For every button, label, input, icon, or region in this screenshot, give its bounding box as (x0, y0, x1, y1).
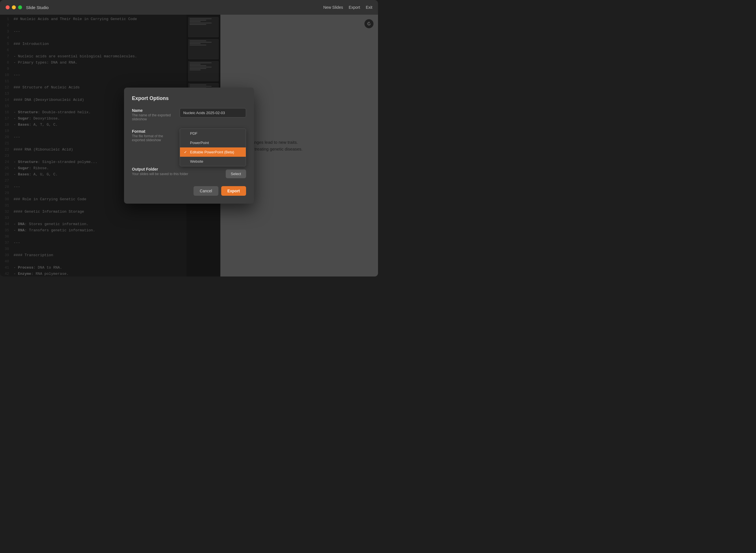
name-label: Name (132, 108, 176, 113)
format-option-editable-powerpoint[interactable]: ✓ Editable PowerPoint (Beta) (180, 147, 246, 157)
format-dropdown-menu: PDF PowerPoint ✓ Editable PowerPoint (Be… (180, 129, 246, 166)
titlebar: Slide Studio New Slides Export Exit (0, 0, 378, 15)
main-area: 1 ## Nucleic Acids and Their Role in Car… (0, 15, 378, 276)
format-section: Format The file format of the exported s… (132, 129, 246, 144)
app-window: Slide Studio New Slides Export Exit 1 ##… (0, 0, 378, 276)
new-slides-button[interactable]: New Slides (323, 5, 343, 10)
format-sublabel: The file format of the exported slidesho… (132, 134, 176, 142)
name-input[interactable] (180, 108, 246, 117)
titlebar-actions: New Slides Export Exit (323, 5, 372, 10)
minimize-button[interactable] (12, 5, 16, 9)
output-section: Output Folder Your slides will be saved … (132, 167, 246, 178)
name-sublabel: The name of the exported slideshow (132, 113, 176, 121)
format-option-pdf[interactable]: PDF (180, 129, 246, 138)
export-modal: Export Options Name The name of the expo… (124, 88, 254, 204)
app-title: Slide Studio (26, 5, 49, 10)
traffic-lights (6, 5, 22, 9)
modal-title: Export Options (132, 95, 246, 101)
cancel-button[interactable]: Cancel (194, 186, 218, 196)
modal-overlay: Export Options Name The name of the expo… (0, 15, 378, 276)
output-sublabel: Your slides will be saved to this folder (132, 172, 222, 176)
modal-buttons: Cancel Export (132, 186, 246, 196)
name-section: Name The name of the exported slideshow (132, 108, 246, 124)
format-label: Format (132, 129, 176, 134)
close-button[interactable] (6, 5, 10, 9)
export-button[interactable]: Export (349, 5, 360, 10)
export-confirm-button[interactable]: Export (221, 186, 246, 196)
output-label: Output Folder (132, 167, 222, 171)
maximize-button[interactable] (18, 5, 22, 9)
exit-button[interactable]: Exit (366, 5, 372, 10)
format-option-website[interactable]: Website (180, 157, 246, 166)
select-folder-button[interactable]: Select (226, 169, 246, 178)
format-option-powerpoint[interactable]: PowerPoint (180, 138, 246, 147)
